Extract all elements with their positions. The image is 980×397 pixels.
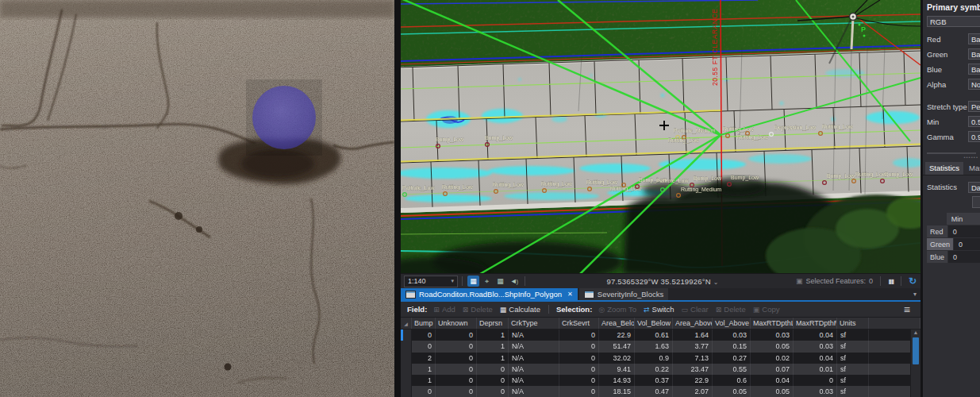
table-cell[interactable]: 0 — [559, 341, 599, 352]
table-cell[interactable]: 0 — [559, 353, 599, 364]
table-cell[interactable]: 0.47 — [635, 386, 673, 397]
table-cell[interactable]: 22.9 — [599, 330, 635, 341]
pause-drawing-icon[interactable]: ▮▮ — [888, 278, 894, 285]
grid-icon[interactable]: ▦ — [494, 276, 506, 287]
copy-selection-button[interactable]: ▣Copy — [750, 305, 783, 314]
table-cell[interactable]: 2.07 — [673, 386, 713, 397]
table-cell[interactable]: 0.22 — [635, 364, 673, 375]
scroll-up-icon[interactable]: ▲ — [913, 330, 919, 337]
statistics-source-combo[interactable]: Dat — [968, 182, 980, 193]
table-row[interactable]: 001N/A022.90.611.640.030.030.04sf — [401, 330, 920, 341]
add-field-button[interactable]: ⊞Add — [430, 305, 458, 314]
clear-selection-button[interactable]: ▭Clear — [678, 305, 712, 314]
column-header[interactable]: Area_Below — [599, 318, 635, 329]
table-cell[interactable]: N/A — [509, 341, 559, 352]
table-cell[interactable]: 1 — [412, 375, 436, 386]
blue-band-combo[interactable]: Band — [968, 64, 980, 75]
table-cell[interactable]: 0.03 — [794, 386, 837, 397]
statistics-button[interactable] — [972, 196, 980, 208]
table-cell[interactable]: 0 — [412, 341, 436, 352]
table-cell[interactable]: 7.13 — [673, 353, 713, 364]
column-header[interactable]: Unknown — [436, 318, 477, 329]
table-cell[interactable]: 0 — [412, 330, 436, 341]
column-header[interactable]: Area_Above — [673, 318, 713, 329]
scrollbar-thumb[interactable] — [913, 337, 919, 364]
table-cell[interactable]: N/A — [509, 353, 559, 364]
table-cell[interactable]: 14.93 — [599, 375, 635, 386]
tab-statistics[interactable]: Statistics — [925, 162, 963, 175]
table-cell[interactable]: 0 — [559, 330, 599, 341]
column-header[interactable]: Units — [837, 318, 869, 329]
table-cell[interactable]: 0.37 — [635, 375, 673, 386]
column-header[interactable]: CrkSevrt — [559, 318, 599, 329]
table-menu-icon[interactable]: ≡ — [904, 306, 917, 314]
zoom-to-button[interactable]: ◎Zoom To — [595, 305, 640, 314]
table-cell[interactable]: 0 — [412, 386, 436, 397]
scale-combo[interactable]: 1:140 ▾ — [404, 276, 458, 287]
delete-field-button[interactable]: ⊠Delete — [459, 305, 496, 314]
row-selector[interactable] — [401, 364, 412, 375]
column-header[interactable]: Vol_Below — [635, 318, 673, 329]
close-icon[interactable]: ✕ — [567, 291, 573, 298]
table-cell[interactable]: 0 — [436, 330, 477, 341]
table-cell[interactable]: 0.07 — [751, 364, 794, 375]
table-cell[interactable]: 0.6 — [713, 375, 751, 386]
table-cell[interactable]: 1 — [477, 330, 509, 341]
alpha-band-combo[interactable]: Non — [968, 79, 980, 90]
row-selector[interactable] — [401, 375, 412, 386]
table-cell[interactable]: 0 — [436, 375, 477, 386]
table-cell[interactable]: N/A — [509, 375, 559, 386]
table-cell[interactable]: sf — [837, 341, 869, 352]
table-cell[interactable]: 0.01 — [794, 364, 837, 375]
table-cell[interactable]: 0 — [477, 364, 509, 375]
tab-severityinfo-blocks[interactable]: SeverityInfo_Blocks — [579, 288, 668, 300]
column-header[interactable]: CrkType — [509, 318, 559, 329]
table-cell[interactable]: 0.61 — [635, 330, 673, 341]
table-cell[interactable]: 1.64 — [673, 330, 713, 341]
pane-divider[interactable] — [394, 0, 401, 397]
table-cell[interactable]: 0 — [559, 364, 599, 375]
coordinates-readout[interactable]: 97.5365329°W 35.5219926°N ⌄ — [529, 277, 796, 286]
table-cell[interactable]: 0.03 — [751, 330, 794, 341]
table-cell[interactable]: sf — [837, 386, 869, 397]
delete-selection-button[interactable]: ⊠Delete — [713, 305, 749, 314]
table-cell[interactable]: 0 — [559, 375, 599, 386]
row-selector[interactable] — [401, 353, 412, 364]
table-cell[interactable]: 0 — [477, 375, 509, 386]
column-header[interactable]: Deprsn — [477, 318, 509, 329]
renderer-combo[interactable]: RGB — [927, 16, 980, 27]
table-cell[interactable]: sf — [837, 353, 869, 364]
calculate-field-button[interactable]: ▦Calculate — [497, 305, 544, 314]
table-scrollbar[interactable]: ▲ — [910, 330, 920, 397]
flash-locate-icon[interactable]: ▦ — [467, 276, 479, 287]
table-cell[interactable]: 0.04 — [751, 375, 794, 386]
table-cell[interactable]: 1.63 — [635, 341, 673, 352]
table-cell[interactable]: 0 — [436, 386, 477, 397]
table-cell[interactable]: 0.02 — [751, 353, 794, 364]
table-cell[interactable]: 2 — [412, 353, 436, 364]
table-cell[interactable]: 22.9 — [673, 375, 713, 386]
table-row[interactable]: 000N/A018.150.472.070.050.050.03sf — [401, 386, 920, 397]
row-selector[interactable] — [401, 341, 412, 352]
table-cell[interactable]: 0.03 — [794, 341, 837, 352]
audio-icon[interactable]: ◄) — [508, 276, 520, 287]
table-row[interactable]: 100N/A09.410.2223.470.550.070.01sf — [401, 364, 920, 375]
green-band-combo[interactable]: Band — [968, 48, 980, 60]
table-cell[interactable]: 9.41 — [599, 364, 635, 375]
table-cell[interactable]: 0.04 — [794, 330, 837, 341]
header-corner[interactable]: ◢ — [401, 318, 412, 329]
table-cell[interactable]: 0.15 — [713, 341, 751, 352]
table-cell[interactable]: 0 — [477, 386, 509, 397]
stats-row-blue[interactable]: Blue 0 — [927, 251, 980, 263]
table-cell[interactable]: 51.47 — [599, 341, 635, 352]
map-view[interactable]: 20.55 FT CLEARANCE P Bump_LowBump_LowPot… — [401, 0, 920, 273]
table-row[interactable]: 001N/A051.471.633.770.150.050.03sf — [401, 341, 920, 352]
table-cell[interactable]: N/A — [509, 364, 559, 375]
stats-row-green[interactable]: Green 0 — [927, 238, 980, 250]
table-cell[interactable]: 0 — [794, 375, 837, 386]
table-cell[interactable]: 23.47 — [673, 364, 713, 375]
snap-target-icon[interactable]: ⌖ — [481, 276, 493, 287]
table-cell[interactable]: sf — [837, 364, 869, 375]
tab-roadcondition-polygon[interactable]: RoadConditon.RoadBlo...ShpInfo_Polygon ✕ — [401, 288, 578, 300]
table-cell[interactable]: N/A — [509, 386, 559, 397]
